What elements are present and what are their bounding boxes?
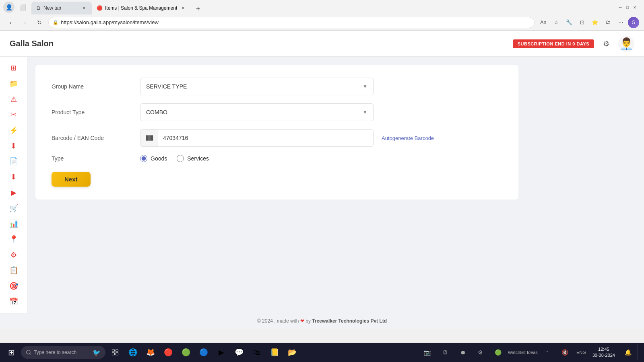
tray-chevron-btn[interactable]: ^ bbox=[539, 344, 555, 360]
extensions-button[interactable]: 🔧 bbox=[564, 17, 575, 28]
split-view-button[interactable]: ⊡ bbox=[576, 17, 588, 28]
minimize-button[interactable]: ─ bbox=[617, 4, 623, 10]
product-type-row: Product Type COMBO ▼ bbox=[52, 103, 502, 121]
svg-rect-0 bbox=[146, 136, 147, 140]
type-services-radio[interactable] bbox=[177, 155, 184, 162]
forward-button[interactable]: › bbox=[19, 17, 31, 28]
address-bar[interactable]: 🔒 https://salon.galla.app/mysalon/items/… bbox=[48, 17, 535, 28]
tray-settings-btn[interactable]: ⚙ bbox=[473, 344, 489, 360]
svg-rect-8 bbox=[112, 350, 115, 352]
button-row: Next bbox=[52, 172, 502, 187]
group-name-row: Group Name SERVICE TYPE ▼ bbox=[52, 78, 502, 95]
product-type-select[interactable]: COMBO ▼ bbox=[140, 103, 374, 121]
sidebar-icon-dashboard[interactable]: ⊞ bbox=[6, 62, 22, 75]
taskbar-clock[interactable]: 12:45 30-08-2024 bbox=[589, 346, 618, 359]
notification-btn[interactable]: 🔔 bbox=[620, 344, 636, 360]
tab-items-title: Items | Salon & Spa Management bbox=[105, 5, 177, 11]
type-goods-option[interactable]: Goods bbox=[140, 155, 167, 162]
svg-rect-9 bbox=[116, 350, 118, 352]
sidebar-icon-download2[interactable]: ⬇ bbox=[6, 171, 22, 184]
sidebar-icon-target[interactable]: 🎯 bbox=[6, 280, 22, 293]
group-name-select[interactable]: SERVICE TYPE ▼ bbox=[140, 78, 374, 95]
edge-taskbar-btn[interactable]: 🌐 bbox=[125, 344, 141, 360]
tab-items-icon: 🔴 bbox=[97, 5, 103, 11]
profile-icon[interactable]: 👤 bbox=[3, 2, 14, 13]
facebook-taskbar-btn[interactable]: 🔵 bbox=[196, 344, 212, 360]
sidebar-icon-download[interactable]: ⬇ bbox=[6, 139, 22, 152]
barcode-scan-icon-btn[interactable] bbox=[140, 129, 158, 147]
close-button[interactable]: ✕ bbox=[632, 4, 638, 10]
sidebar-icon-pin[interactable]: 📍 bbox=[6, 233, 22, 246]
more-button[interactable]: ⋯ bbox=[615, 17, 626, 28]
main-content: Group Name SERVICE TYPE ▼ Product Type C… bbox=[27, 57, 644, 313]
firefox-taskbar-btn[interactable]: 🔴 bbox=[160, 344, 176, 360]
type-row: Type Goods Services bbox=[52, 155, 502, 162]
taskbar-tray: 📷 🖥 ⏺ ⚙ 🟢 Watchlist Ideas ^ 🔇 ENG 12:45 … bbox=[419, 344, 641, 360]
tab-newtab[interactable]: 🗋 New tab ✕ bbox=[31, 2, 92, 14]
reader-view-button[interactable]: Aa bbox=[538, 17, 549, 28]
sidebar-icon-cart[interactable]: 🛒 bbox=[6, 202, 22, 215]
sidebar-icon-settings[interactable]: ⚙ bbox=[6, 248, 22, 261]
taskbar-search[interactable]: 🐦 bbox=[21, 346, 105, 359]
tab-newtab-close[interactable]: ✕ bbox=[80, 5, 87, 11]
new-tab-button[interactable]: + bbox=[192, 3, 204, 14]
taskview-button[interactable] bbox=[107, 344, 123, 360]
product-type-chevron: ▼ bbox=[363, 109, 367, 115]
tray-screenshot-btn[interactable]: 📷 bbox=[419, 344, 436, 360]
tab-items-close[interactable]: ✕ bbox=[180, 5, 186, 11]
back-button[interactable]: ‹ bbox=[5, 17, 16, 28]
profile-avatar[interactable]: G bbox=[628, 17, 639, 28]
svg-rect-11 bbox=[116, 353, 118, 355]
maximize-button[interactable]: □ bbox=[625, 4, 630, 10]
sidebar-icon-folder[interactable]: 📁 bbox=[6, 77, 22, 90]
favorites-button[interactable]: ⭐ bbox=[589, 17, 601, 28]
tab-items[interactable]: 🔴 Items | Salon & Spa Management ✕ bbox=[92, 2, 191, 14]
type-services-option[interactable]: Services bbox=[177, 155, 209, 162]
sidebar-icon-document[interactable]: 📄 bbox=[6, 155, 22, 168]
barcode-input-wrap bbox=[140, 129, 374, 147]
tray-green-btn[interactable]: 🟢 bbox=[490, 344, 506, 360]
taskbar-search-input[interactable] bbox=[34, 350, 90, 355]
sidebar-icon-calendar[interactable]: 📅 bbox=[6, 295, 22, 308]
sidebar-icon-report[interactable]: 📊 bbox=[6, 217, 22, 230]
youtube-taskbar-btn[interactable]: ▶ bbox=[213, 344, 229, 360]
edge2-taskbar-btn[interactable]: 🦊 bbox=[142, 344, 159, 360]
sidebar-icon-zap[interactable]: ⚡ bbox=[6, 124, 22, 137]
lock-icon: 🔒 bbox=[53, 20, 58, 25]
tab-newtab-title: New tab bbox=[43, 5, 78, 11]
settings-button[interactable]: ⚙ bbox=[599, 37, 613, 51]
sidebar-icon-scissors[interactable]: ✂ bbox=[6, 108, 22, 121]
store-taskbar-btn[interactable]: 🛍 bbox=[249, 344, 265, 360]
url-text: https://salon.galla.app/mysalon/items/vi… bbox=[61, 19, 159, 25]
notes-taskbar-btn[interactable]: 📒 bbox=[266, 344, 283, 360]
taskbar: ⊞ 🐦 🌐 🦊 🔴 🟢 🔵 ▶ 💬 🛍 📒 📂 📷 🖥 ⏺ ⚙ 🟢 Watchl… bbox=[0, 343, 644, 362]
sidebar-icon-play[interactable]: ▶ bbox=[6, 186, 22, 200]
app-title: Galla Salon bbox=[10, 39, 54, 48]
chrome-taskbar-btn[interactable]: 🟢 bbox=[178, 344, 194, 360]
group-name-chevron: ▼ bbox=[363, 84, 367, 89]
sidebar-icon-file-report[interactable]: 📋 bbox=[6, 264, 22, 277]
footer-heart: ❤ bbox=[300, 318, 304, 324]
bookmark-button[interactable]: ☆ bbox=[551, 17, 562, 28]
tray-lang: ENG bbox=[575, 350, 588, 355]
skype-taskbar-btn[interactable]: 💬 bbox=[231, 344, 247, 360]
fileexplorer-taskbar-btn[interactable]: 📂 bbox=[284, 344, 300, 360]
collections-button[interactable]: 🗂 bbox=[602, 17, 613, 28]
svg-rect-5 bbox=[152, 136, 153, 140]
show-desktop-button[interactable] bbox=[638, 344, 641, 360]
type-radio-group: Goods Services bbox=[140, 155, 209, 162]
type-goods-radio[interactable] bbox=[140, 155, 147, 162]
tab-group-icon[interactable]: ⬜ bbox=[17, 2, 28, 13]
reload-button[interactable]: ↻ bbox=[34, 17, 45, 28]
start-button[interactable]: ⊞ bbox=[3, 344, 19, 360]
next-button[interactable]: Next bbox=[52, 172, 91, 187]
sidebar-icon-alert[interactable]: ⚠ bbox=[6, 93, 22, 106]
tray-rec-btn[interactable]: ⏺ bbox=[455, 344, 471, 360]
barcode-input[interactable] bbox=[158, 135, 373, 141]
tray-screen-btn[interactable]: 🖥 bbox=[437, 344, 453, 360]
autogenerate-barcode-link[interactable]: Autogenerate Barcode bbox=[382, 135, 434, 141]
tray-mute-btn[interactable]: 🔇 bbox=[557, 344, 573, 360]
type-label: Type bbox=[52, 155, 140, 162]
barcode-row: Barcode / EAN Code bbox=[52, 129, 502, 147]
clock-time: 12:45 bbox=[598, 346, 609, 352]
